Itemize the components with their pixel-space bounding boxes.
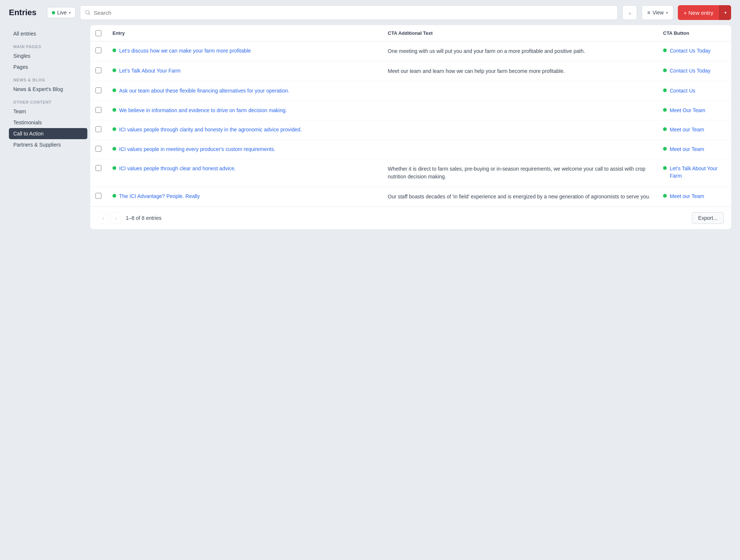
entry-title: The ICI Advantage? People. Really [119,193,200,200]
entry-link[interactable]: ICI values people through clarity and ho… [112,126,376,134]
row-cta-button-cell: Let's Talk About Your Farm [657,164,731,180]
table-header: Entry CTA Additional Text CTA Button [90,25,731,41]
entry-status-dot [112,166,116,170]
row-additional-text-cell: Meet our team and learn how we can help … [382,67,657,76]
table-body: Let's discuss how we can make your farm … [90,41,731,207]
filter-button[interactable]: ⬦ [622,5,637,20]
row-additional-text-cell: Our staff boasts decades of 'in field' e… [382,192,657,201]
cta-status-dot [663,108,667,112]
pagination-bar: ‹ › 1–8 of 8 entries Export... [90,207,731,229]
row-entry-cell: Ask our team about these flexible financ… [107,87,382,95]
live-button[interactable]: Live ▾ [47,7,76,18]
row-checkbox[interactable] [95,67,101,73]
row-additional-text-cell [382,87,657,88]
row-cta-button-cell: Meet our Team [657,145,731,154]
row-checkbox[interactable] [95,87,101,93]
entry-title: We believe in information and evidence t… [119,107,287,114]
cta-button-link[interactable]: Contact Us Today [663,47,725,55]
sidebar-item-singles[interactable]: Singles [9,50,87,61]
table-row: Let's Talk About Your Farm Meet our team… [90,61,731,81]
table-row: ICI values people through clear and hone… [90,159,731,187]
row-checkbox-cell [90,164,107,172]
prev-page-button[interactable]: ‹ [98,212,109,224]
entry-title: Let's discuss how we can make your farm … [119,47,251,55]
sidebar-section-main-pages: MAIN PAGES [9,39,87,50]
entry-link[interactable]: ICI values people through clear and hone… [112,165,376,172]
row-additional-text-cell [382,106,657,108]
row-checkbox-cell [90,87,107,94]
new-entry-button[interactable]: + New entry [678,5,719,20]
sidebar-item-call-to-action[interactable]: Call to Action [9,128,87,139]
sidebar-item-testimonials[interactable]: Testimonials [9,117,87,128]
entry-status-dot [112,127,116,131]
select-all-checkbox[interactable] [95,30,101,36]
cta-button-link[interactable]: Meet Our Team [663,107,725,114]
entry-link[interactable]: The ICI Advantage? People. Really [112,193,376,200]
live-label: Live [57,10,67,16]
entry-status-dot [112,147,116,151]
row-checkbox[interactable] [95,47,101,53]
row-checkbox[interactable] [95,193,101,199]
row-checkbox-cell [90,47,107,54]
pagination-controls: ‹ › 1–8 of 8 entries [98,212,165,224]
sidebar-item-pages[interactable]: Pages [9,61,87,73]
sidebar-item-partners-suppliers[interactable]: Partners & Suppliers [9,139,87,150]
entry-link[interactable]: We believe in information and evidence t… [112,107,376,114]
new-entry-dropdown-button[interactable]: ▾ [719,5,731,20]
entry-status-dot [112,194,116,198]
cta-button-label: Contact Us [670,87,695,95]
content-area: Entry CTA Additional Text CTA Button Let… [90,25,731,229]
table-row: ICI values people in meeting every produ… [90,140,731,160]
row-entry-cell: We believe in information and evidence t… [107,106,382,115]
table-row: We believe in information and evidence t… [90,101,731,121]
entry-status-dot [112,88,116,92]
entry-link[interactable]: Ask our team about these flexible financ… [112,87,376,95]
cta-button-label: Contact Us Today [670,47,710,55]
search-bar [80,5,618,20]
row-cta-button-cell: Contact Us Today [657,67,731,76]
entry-link[interactable]: Let's Talk About Your Farm [112,67,376,75]
cta-button-link[interactable]: Meet our Team [663,146,725,153]
row-checkbox-cell [90,106,107,114]
cta-button-link[interactable]: Let's Talk About Your Farm [663,165,725,180]
sidebar-item-news-blog[interactable]: News & Expert's Blog [9,84,87,95]
export-button[interactable]: Export... [692,212,724,224]
table-row: ICI values people through clarity and ho… [90,120,731,140]
row-checkbox[interactable] [95,146,101,152]
cta-button-label: Contact Us Today [670,67,710,75]
entry-link[interactable]: ICI values people in meeting every produ… [112,146,376,153]
cta-button-label: Meet our Team [670,193,704,200]
live-chevron-icon: ▾ [69,11,71,15]
sidebar-section-news-blog: NEWS & BLOG [9,73,87,84]
row-entry-cell: ICI values people through clear and hone… [107,164,382,173]
entry-title: ICI values people through clear and hone… [119,165,236,172]
row-entry-cell: The ICI Advantage? People. Really [107,192,382,201]
sidebar-item-team[interactable]: Team [9,106,87,117]
th-entry: Entry [107,29,382,37]
row-additional-text-cell [382,125,657,127]
row-checkbox[interactable] [95,107,101,113]
cta-status-dot [663,48,667,52]
row-checkbox[interactable] [95,126,101,132]
row-entry-cell: Let's discuss how we can make your farm … [107,47,382,56]
view-button[interactable]: ≡ View ▾ [642,5,673,20]
cta-button-link[interactable]: Meet our Team [663,126,725,134]
new-entry-group: + New entry ▾ [678,5,731,20]
row-checkbox-cell [90,67,107,74]
entry-status-dot [112,48,116,52]
svg-line-1 [89,14,90,15]
entry-status-dot [112,68,116,72]
cta-button-link[interactable]: Meet our Team [663,193,725,200]
row-entry-cell: Let's Talk About Your Farm [107,67,382,76]
cta-status-dot [663,147,667,151]
view-label: View [652,10,663,16]
cta-button-link[interactable]: Contact Us [663,87,725,95]
row-checkbox[interactable] [95,165,101,171]
sidebar-item-all-entries[interactable]: All entries [9,28,87,39]
search-icon [85,10,91,16]
next-page-button[interactable]: › [110,212,121,224]
cta-button-link[interactable]: Contact Us Today [663,67,725,75]
entry-link[interactable]: Let's discuss how we can make your farm … [112,47,376,55]
cta-button-label: Meet our Team [670,126,704,134]
search-input[interactable] [94,10,613,16]
